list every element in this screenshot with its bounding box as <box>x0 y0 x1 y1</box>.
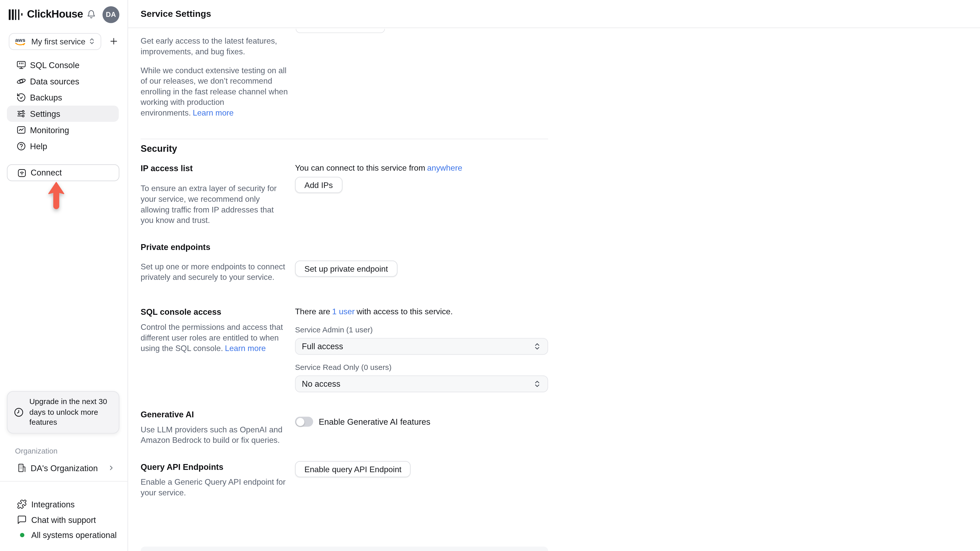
sql-access-users-line: There are1 userwith access to this servi… <box>295 306 453 316</box>
sidebar-item-data-sources[interactable]: Data sources <box>7 73 119 89</box>
status-green-dot-icon <box>17 530 27 540</box>
sidebar-item-monitoring[interactable]: Monitoring <box>7 122 119 138</box>
brand-name: ClickHouse <box>27 8 83 21</box>
main-header: Service Settings <box>128 0 980 28</box>
release-paragraph-2: While we conduct extensive testing on al… <box>141 65 288 118</box>
service-readonly-value: No access <box>302 380 340 389</box>
learn-more-link[interactable]: Learn more <box>192 108 234 118</box>
add-service-button[interactable] <box>107 35 120 48</box>
sidebar-item-label: Help <box>30 141 47 151</box>
organization-name: DA's Organization <box>30 463 98 473</box>
setup-private-endpoint-button[interactable]: Set up private endpoint <box>295 260 397 277</box>
user-avatar[interactable]: DA <box>103 6 119 23</box>
query-api-description: Enable a Generic Query API endpoint for … <box>141 477 291 498</box>
security-heading: Security <box>141 144 177 154</box>
chevron-right-icon <box>107 464 115 472</box>
generative-ai-toggle-label: Enable Generative AI features <box>319 417 431 427</box>
sidebar: ClickHouse DA aws My first service <box>0 0 128 551</box>
sidebar-item-label: Chat with support <box>31 515 96 524</box>
data-sources-icon <box>16 76 26 86</box>
service-admin-label: Service Admin (1 user) <box>295 326 373 334</box>
red-arrow-annotation <box>48 182 65 211</box>
generative-ai-description: Use LLM providers such as OpenAI and Ama… <box>141 424 287 445</box>
building-icon <box>17 463 27 473</box>
generative-ai-title: Generative AI <box>141 410 194 419</box>
chevron-updown-icon <box>533 342 541 351</box>
sidebar-item-integrations[interactable]: Integrations <box>7 496 121 512</box>
one-user-link[interactable]: 1 user <box>332 306 355 316</box>
settings-icon <box>16 109 26 119</box>
sidebar-item-backups[interactable]: Backups <box>7 89 119 106</box>
sidebar-item-chat-support[interactable]: Chat with support <box>7 512 121 528</box>
private-endpoints-description: Set up one or more endpoints to connect … <box>141 261 292 283</box>
sidebar-item-label: Data sources <box>30 76 80 86</box>
main-area: Service Settings Get early access to the… <box>128 0 980 551</box>
private-endpoints-title: Private endpoints <box>141 242 210 252</box>
connect-label: Connect <box>30 168 62 178</box>
section-divider <box>141 139 548 139</box>
sidebar-header: ClickHouse DA <box>9 6 119 23</box>
sql-console-access-title: SQL console access <box>141 307 221 317</box>
next-section-card-partial <box>141 547 548 551</box>
clickhouse-logo-icon <box>9 9 22 20</box>
generative-ai-toggle-row: Enable Generative AI features <box>295 416 431 427</box>
sidebar-item-settings[interactable]: Settings <box>7 106 119 122</box>
service-selector[interactable]: aws My first service <box>9 33 101 50</box>
learn-more-link[interactable]: Learn more <box>225 344 266 353</box>
sidebar-item-label: SQL Console <box>30 60 80 70</box>
sidebar-nav: SQL Console Data sources Backups Setting… <box>0 57 127 154</box>
query-api-endpoints-title: Query API Endpoints <box>141 462 223 472</box>
enable-query-api-button[interactable]: Enable query API Endpoint <box>295 461 411 477</box>
organization-item[interactable]: DA's Organization <box>7 460 121 475</box>
aws-icon: aws <box>15 38 26 46</box>
sidebar-item-label: Integrations <box>31 499 75 509</box>
service-admin-value: Full access <box>302 342 343 351</box>
ip-access-status-line: You can connect to this service fromanyw… <box>295 163 463 172</box>
organization-section-label: Organization <box>15 447 58 455</box>
settings-content: Get early access to the latest features,… <box>128 29 980 551</box>
upgrade-banner[interactable]: Upgrade in the next 30 days to unlock mo… <box>7 391 119 433</box>
service-name: My first service <box>31 37 85 46</box>
service-selector-row: aws My first service <box>9 32 120 50</box>
app: ClickHouse DA aws My first service <box>0 0 980 551</box>
service-readonly-label: Service Read Only (0 users) <box>295 363 391 372</box>
upgrade-note: Upgrade in the next 30 days to unlock mo… <box>29 397 114 427</box>
release-paragraph-1: Get early access to the latest features,… <box>141 36 288 57</box>
status-label: All systems operational <box>31 530 117 540</box>
connect-icon <box>17 168 27 178</box>
chevron-updown-icon <box>88 38 95 45</box>
ip-access-list-title: IP access list <box>141 164 192 173</box>
backups-icon <box>16 92 26 102</box>
service-readonly-select[interactable]: No access <box>295 375 548 392</box>
sidebar-item-sql-console[interactable]: SQL Console <box>7 57 119 73</box>
notifications-bell-icon[interactable] <box>86 10 96 19</box>
sidebar-item-label: Settings <box>30 109 60 118</box>
monitoring-icon <box>16 125 26 135</box>
sql-console-icon <box>16 60 26 70</box>
generative-ai-toggle[interactable] <box>295 416 313 427</box>
chat-bubble-icon <box>17 515 27 525</box>
help-icon <box>16 141 26 151</box>
ip-access-description: To ensure an extra layer of security for… <box>141 183 287 226</box>
sidebar-divider <box>0 481 127 482</box>
sidebar-item-label: Monitoring <box>30 125 69 135</box>
sql-console-access-description: Control the permissions and access that … <box>141 322 288 354</box>
sidebar-item-help[interactable]: Help <box>7 138 119 154</box>
chevron-updown-icon <box>533 380 541 388</box>
page-title: Service Settings <box>141 9 211 19</box>
integrations-puzzle-icon <box>17 499 27 509</box>
system-status-item[interactable]: All systems operational <box>7 527 121 543</box>
anywhere-link[interactable]: anywhere <box>427 163 463 172</box>
clock-icon <box>13 407 24 418</box>
sidebar-item-label: Backups <box>30 93 62 102</box>
connect-button[interactable]: Connect <box>7 164 119 181</box>
add-ips-button[interactable]: Add IPs <box>295 177 342 193</box>
service-admin-select[interactable]: Full access <box>295 338 548 355</box>
